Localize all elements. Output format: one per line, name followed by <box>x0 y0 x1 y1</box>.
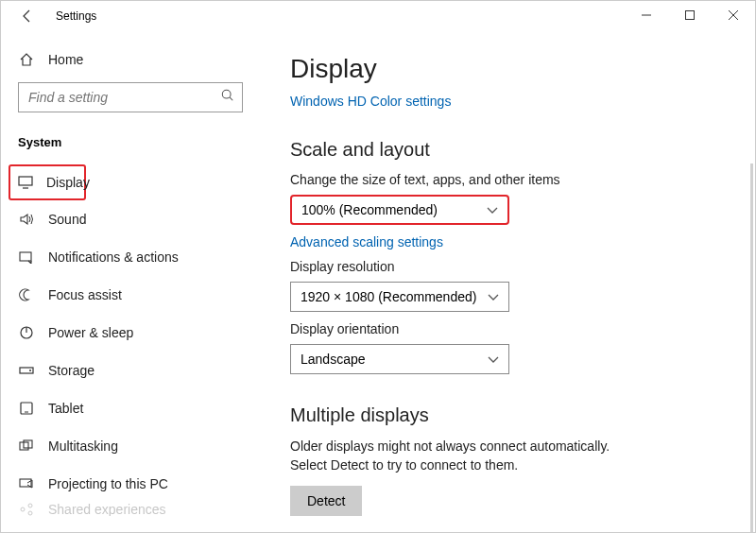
sound-icon <box>18 213 35 226</box>
content-area: Display Windows HD Color settings Scale … <box>254 31 755 532</box>
scale-value: 100% (Recommended) <box>301 202 438 217</box>
home-icon <box>18 52 35 67</box>
display-icon <box>18 176 33 189</box>
sidebar-item-label: Power & sleep <box>48 325 133 340</box>
svg-point-12 <box>29 370 31 371</box>
sidebar-item-notifications[interactable]: Notifications & actions <box>1 238 253 276</box>
window-controls <box>625 1 755 29</box>
search-input[interactable] <box>28 90 221 105</box>
titlebar: Settings <box>1 1 755 31</box>
sidebar-item-sound[interactable]: Sound <box>1 200 253 238</box>
sidebar-item-projecting[interactable]: Projecting to this PC <box>1 465 253 503</box>
hdcolor-link[interactable]: Windows HD Color settings <box>290 94 719 109</box>
back-button[interactable] <box>20 9 48 24</box>
focus-assist-icon <box>18 288 35 301</box>
sidebar-item-label: Storage <box>48 363 94 378</box>
power-icon <box>18 325 35 340</box>
scale-dropdown[interactable]: 100% (Recommended) <box>290 195 509 225</box>
tablet-icon <box>18 402 35 415</box>
home-label: Home <box>48 52 83 67</box>
multitasking-icon <box>18 439 35 453</box>
nav-list: Display Sound Notifications & actions Fo… <box>1 164 253 516</box>
sidebar-item-shared[interactable]: Shared experiences <box>1 503 253 516</box>
multi-description: Older displays might not always connect … <box>290 438 649 474</box>
sidebar-item-focus-assist[interactable]: Focus assist <box>1 276 253 314</box>
multi-heading: Multiple displays <box>290 404 719 426</box>
close-button[interactable] <box>712 1 755 29</box>
chevron-down-icon <box>488 289 499 304</box>
svg-point-20 <box>28 511 32 515</box>
search-icon <box>221 89 234 106</box>
svg-rect-8 <box>20 252 31 261</box>
svg-rect-1 <box>686 11 695 20</box>
advanced-scaling-link[interactable]: Advanced scaling settings <box>290 234 719 249</box>
sidebar-item-label: Shared experiences <box>48 503 166 516</box>
notifications-icon <box>18 250 35 264</box>
shared-icon <box>18 503 35 516</box>
detect-button[interactable]: Detect <box>290 486 362 516</box>
resolution-label: Display resolution <box>290 259 719 274</box>
svg-point-4 <box>222 90 231 98</box>
sidebar-item-label: Tablet <box>48 401 83 416</box>
sidebar-item-label: Focus assist <box>48 287 122 302</box>
orientation-label: Display orientation <box>290 321 719 336</box>
svg-line-5 <box>230 97 232 100</box>
svg-rect-6 <box>19 177 32 185</box>
scale-label: Change the size of text, apps, and other… <box>290 172 719 187</box>
section-label: System <box>18 135 253 157</box>
resolution-dropdown[interactable]: 1920 × 1080 (Recommended) <box>290 282 509 312</box>
sidebar-item-display[interactable]: Display <box>9 164 86 200</box>
orientation-value: Landscape <box>301 352 366 367</box>
sidebar-item-label: Multitasking <box>48 438 118 454</box>
page-title: Display <box>290 54 719 84</box>
search-box[interactable] <box>18 82 243 112</box>
sidebar-item-multitasking[interactable]: Multitasking <box>1 427 253 465</box>
minimize-button[interactable] <box>625 1 668 29</box>
sidebar-item-label: Notifications & actions <box>48 249 179 265</box>
orientation-dropdown[interactable]: Landscape <box>290 344 509 374</box>
projecting-icon <box>18 477 35 490</box>
chevron-down-icon <box>488 352 499 367</box>
sidebar-item-storage[interactable]: Storage <box>1 352 253 389</box>
scale-heading: Scale and layout <box>290 139 719 161</box>
sidebar-item-label: Projecting to this PC <box>48 476 168 491</box>
window-title: Settings <box>56 9 96 23</box>
sidebar-item-label: Sound <box>48 212 86 227</box>
resolution-value: 1920 × 1080 (Recommended) <box>301 289 476 304</box>
sidebar: Home System Display Sound <box>1 31 254 532</box>
sidebar-item-label: Display <box>46 175 90 190</box>
maximize-button[interactable] <box>668 1 712 29</box>
svg-point-19 <box>28 504 32 507</box>
scrollbar[interactable] <box>750 163 753 532</box>
svg-point-18 <box>21 507 25 511</box>
sidebar-item-power-sleep[interactable]: Power & sleep <box>1 314 253 352</box>
chevron-down-icon <box>487 202 498 217</box>
storage-icon <box>18 365 35 376</box>
sidebar-item-tablet[interactable]: Tablet <box>1 389 253 427</box>
home-button[interactable]: Home <box>18 43 253 77</box>
